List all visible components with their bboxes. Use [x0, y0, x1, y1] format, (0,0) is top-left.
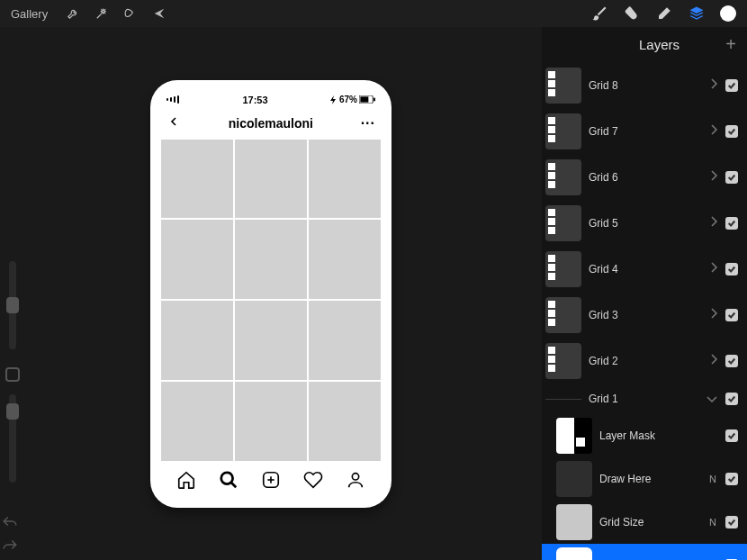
- grid-cell: [309, 382, 381, 461]
- phone-navbar: [161, 461, 381, 493]
- svg-point-3: [221, 472, 233, 483]
- chevron-right-icon[interactable]: [709, 353, 718, 369]
- layer-group-grid2[interactable]: Grid 2: [542, 338, 747, 384]
- layers-panel: Layers + Grid 8 Grid 7 Grid 6 Grid 5 Gri…: [542, 27, 747, 560]
- svg-rect-2: [374, 98, 375, 102]
- search-icon: [219, 470, 238, 493]
- layer-group-grid4[interactable]: Grid 4: [542, 246, 747, 292]
- chevron-right-icon[interactable]: [709, 261, 718, 277]
- grid-cell: [235, 382, 307, 461]
- layer-thumbnail: [545, 297, 581, 333]
- layer-group-grid7[interactable]: Grid 7: [542, 108, 747, 154]
- phone-status-bar: 17:53 67%: [161, 95, 381, 105]
- feed-grid: [161, 140, 381, 461]
- layer-label: Grid 4: [589, 263, 702, 275]
- layer-group-grid8[interactable]: Grid 8: [542, 62, 747, 108]
- layer-grid-size[interactable]: Grid SizeN: [542, 501, 747, 544]
- brush-size-slider[interactable]: [9, 261, 16, 349]
- layer-draw-here[interactable]: Draw HereN: [542, 457, 747, 501]
- color-swatch[interactable]: [720, 5, 736, 22]
- layer-thumbnail: [556, 547, 592, 560]
- visibility-checkbox[interactable]: [725, 355, 738, 367]
- grid-cell: [309, 301, 381, 380]
- top-toolbar: Gallery: [0, 0, 747, 27]
- layer-group-grid6[interactable]: Grid 6: [542, 154, 747, 200]
- transform-icon[interactable]: [147, 2, 172, 25]
- svg-rect-1: [360, 96, 368, 102]
- layer-thumbnail: [556, 504, 592, 540]
- layer-label: Grid 8: [589, 79, 702, 92]
- profile-icon: [346, 470, 365, 493]
- add-layer-icon[interactable]: +: [725, 34, 736, 55]
- smudge-icon[interactable]: [623, 5, 641, 23]
- layer-layer-1[interactable]: Layer 1N: [542, 544, 747, 560]
- toolbar-left-group: Gallery: [5, 2, 172, 25]
- visibility-checkbox[interactable]: [725, 309, 738, 321]
- layer-label: Layer Mask: [599, 429, 709, 442]
- canvas-area[interactable]: 17:53 67% nicolemauloni ···: [0, 27, 542, 560]
- grid-cell: [161, 140, 233, 219]
- layer-group-grid3[interactable]: Grid 3: [542, 292, 747, 338]
- selection-icon[interactable]: [118, 2, 143, 25]
- svg-point-8: [353, 473, 359, 479]
- wrench-icon[interactable]: [60, 2, 86, 25]
- status-battery: 67%: [330, 95, 375, 104]
- layer-label: Grid Size: [599, 516, 702, 528]
- layers-list[interactable]: Grid 8 Grid 7 Grid 6 Grid 5 Grid 4 Grid …: [542, 62, 747, 560]
- layer-label: Draw Here: [599, 473, 702, 485]
- chevron-down-icon[interactable]: [706, 391, 718, 407]
- brush-opacity-slider[interactable]: [9, 394, 16, 483]
- visibility-checkbox[interactable]: [725, 171, 738, 184]
- layer-thumbnail: [545, 399, 581, 400]
- visibility-checkbox[interactable]: [725, 217, 738, 230]
- chevron-right-icon[interactable]: [709, 307, 718, 323]
- visibility-checkbox[interactable]: [725, 79, 738, 92]
- layer-group-grid1[interactable]: Grid 1: [542, 384, 747, 414]
- visibility-checkbox[interactable]: [725, 473, 738, 485]
- undo-icon[interactable]: [2, 515, 18, 531]
- chevron-right-icon[interactable]: [709, 123, 718, 140]
- layer-layer-mask[interactable]: Layer Mask: [542, 414, 747, 457]
- status-time: 17:53: [242, 95, 267, 105]
- sidebar-sliders: [5, 261, 20, 483]
- layers-icon[interactable]: [688, 5, 706, 23]
- visibility-checkbox[interactable]: [725, 125, 738, 138]
- grid-cell: [309, 220, 381, 299]
- chevron-right-icon[interactable]: [709, 215, 718, 231]
- layer-group-grid5[interactable]: Grid 5: [542, 200, 747, 246]
- chevron-right-icon[interactable]: [709, 77, 718, 94]
- layer-thumbnail: [545, 205, 581, 241]
- grid-cell: [161, 301, 233, 380]
- redo-icon[interactable]: [2, 538, 18, 555]
- visibility-checkbox[interactable]: [725, 393, 738, 405]
- phone-mockup: 17:53 67% nicolemauloni ···: [150, 80, 392, 508]
- visibility-checkbox[interactable]: [725, 429, 738, 442]
- layer-thumbnail: [545, 159, 581, 195]
- wand-icon[interactable]: [89, 2, 114, 25]
- layer-label: Grid 3: [589, 309, 702, 321]
- signal-icon: [166, 95, 180, 104]
- visibility-checkbox[interactable]: [725, 516, 738, 528]
- modifier-toggle[interactable]: [5, 367, 20, 382]
- layer-thumbnail: [545, 343, 581, 379]
- home-icon: [176, 470, 196, 493]
- add-post-icon: [261, 470, 281, 493]
- brush-icon[interactable]: [590, 5, 608, 23]
- visibility-checkbox[interactable]: [725, 263, 738, 275]
- grid-cell: [235, 220, 307, 299]
- grid-cell: [161, 382, 233, 461]
- blend-mode-badge: N: [709, 517, 716, 528]
- layer-thumbnail: [545, 68, 581, 104]
- layer-label: Grid 6: [589, 171, 702, 184]
- grid-cell: [235, 301, 307, 380]
- more-icon: ···: [361, 115, 375, 131]
- eraser-icon[interactable]: [655, 5, 673, 23]
- layer-thumbnail: [556, 418, 592, 454]
- toolbar-right-group: [590, 5, 742, 23]
- back-icon: [166, 114, 181, 132]
- layer-label: Grid 5: [589, 217, 702, 230]
- profile-username: nicolemauloni: [229, 116, 313, 131]
- chevron-right-icon[interactable]: [709, 169, 718, 185]
- gallery-button[interactable]: Gallery: [11, 7, 48, 21]
- grid-cell: [235, 140, 307, 219]
